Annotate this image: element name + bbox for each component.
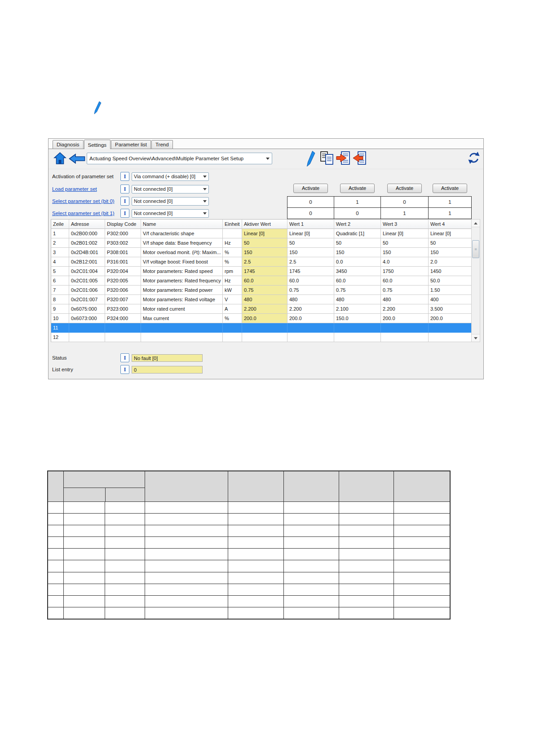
- param-cell[interactable]: 0x2C01:006: [69, 286, 105, 295]
- param-cell[interactable]: [223, 323, 242, 333]
- param-cell[interactable]: Motor parameters: Rated speed: [141, 267, 223, 276]
- param-cell[interactable]: 50: [429, 238, 472, 248]
- import-icon[interactable]: [336, 151, 350, 165]
- info-button[interactable]: I: [120, 172, 129, 181]
- param-cell[interactable]: Quadratic [1]: [334, 229, 381, 238]
- load-dropdown[interactable]: Not connected [0]: [132, 185, 209, 193]
- param-cell[interactable]: 200.0: [287, 314, 334, 323]
- param-cell[interactable]: 0x2C01:005: [69, 276, 105, 286]
- param-cell[interactable]: V/f characteristic shape: [141, 229, 223, 238]
- param-cell[interactable]: V/f voltage boost: Fixed boost: [141, 257, 223, 267]
- param-cell[interactable]: P320:006: [105, 286, 141, 295]
- param-cell[interactable]: %: [223, 314, 242, 323]
- param-cell[interactable]: 400: [429, 295, 472, 304]
- refresh-icon[interactable]: [468, 151, 480, 165]
- param-cell[interactable]: 1450: [429, 267, 472, 276]
- param-cell[interactable]: P308:001: [105, 248, 141, 257]
- param-cell[interactable]: 50: [242, 238, 287, 248]
- param-cell[interactable]: 200.0: [381, 314, 429, 323]
- param-cell[interactable]: [105, 323, 141, 333]
- param-cell[interactable]: [223, 229, 242, 238]
- param-table-row[interactable]: 80x2C01:007P320:007Motor parameters: Rat…: [51, 295, 472, 304]
- param-cell[interactable]: 150: [287, 248, 334, 257]
- param-cell[interactable]: 480: [287, 295, 334, 304]
- param-cell[interactable]: 1.50: [429, 286, 472, 295]
- breadcrumb-dropdown[interactable]: Actuating Speed Overview\Advanced\Multip…: [87, 153, 272, 164]
- param-cell[interactable]: 60.0: [287, 276, 334, 286]
- param-cell[interactable]: 0x2C01:007: [69, 295, 105, 304]
- activate-button-3[interactable]: Activate: [387, 184, 422, 193]
- activate-button-1[interactable]: Activate: [293, 184, 328, 193]
- param-cell[interactable]: 0x6073:000: [69, 314, 105, 323]
- param-cell[interactable]: P303:002: [105, 238, 141, 248]
- info-button[interactable]: I: [120, 365, 129, 374]
- tab-trend[interactable]: Trend: [151, 140, 173, 149]
- param-cell[interactable]: 0x6075:000: [69, 304, 105, 314]
- param-cell[interactable]: [141, 323, 223, 333]
- param-cell[interactable]: 0x2B00:000: [69, 229, 105, 238]
- param-cell[interactable]: [242, 333, 287, 342]
- param-cell[interactable]: %: [223, 257, 242, 267]
- param-cell[interactable]: 2.100: [334, 304, 381, 314]
- param-cell[interactable]: [105, 333, 141, 342]
- param-cell[interactable]: [69, 333, 105, 342]
- param-cell[interactable]: 60.0: [242, 276, 287, 286]
- param-cell[interactable]: 60.0: [334, 276, 381, 286]
- param-cell[interactable]: Motor rated current: [141, 304, 223, 314]
- param-table-row[interactable]: 20x2B01:002P303:002V/f shape data: Base …: [51, 238, 472, 248]
- scrollbar-thumb[interactable]: ≡: [472, 240, 479, 258]
- param-cell[interactable]: 1745: [242, 267, 287, 276]
- param-cell[interactable]: [287, 333, 334, 342]
- param-cell[interactable]: 0x2D4B:001: [69, 248, 105, 257]
- param-cell[interactable]: [287, 323, 334, 333]
- param-cell[interactable]: Motor parameters: Rated frequency: [141, 276, 223, 286]
- tab-parameter-list[interactable]: Parameter list: [111, 140, 151, 149]
- param-cell[interactable]: 0x2B01:002: [69, 238, 105, 248]
- param-cell[interactable]: Motor parameters: Rated voltage: [141, 295, 223, 304]
- param-cell[interactable]: 60.0: [381, 276, 429, 286]
- param-cell[interactable]: Linear [0]: [287, 229, 334, 238]
- param-cell[interactable]: 50: [381, 238, 429, 248]
- param-cell[interactable]: 3450: [334, 267, 381, 276]
- vertical-scrollbar[interactable]: ≡: [471, 219, 480, 342]
- param-cell[interactable]: P320:004: [105, 267, 141, 276]
- param-cell[interactable]: Linear [0]: [429, 229, 472, 238]
- param-cell[interactable]: Motor parameters: Rated power: [141, 286, 223, 295]
- param-cell[interactable]: [242, 323, 287, 333]
- param-cell[interactable]: 50: [334, 238, 381, 248]
- param-cell[interactable]: P316:001: [105, 257, 141, 267]
- param-cell[interactable]: P302:000: [105, 229, 141, 238]
- activate-button-2[interactable]: Activate: [340, 184, 375, 193]
- param-cell[interactable]: P320:007: [105, 295, 141, 304]
- param-cell[interactable]: [223, 333, 242, 342]
- param-cell[interactable]: 150: [381, 248, 429, 257]
- param-cell[interactable]: Hz: [223, 276, 242, 286]
- activation-dropdown[interactable]: Via command (+ disable) [0]: [132, 172, 209, 181]
- param-cell[interactable]: P320:005: [105, 276, 141, 286]
- param-table-row[interactable]: 70x2C01:006P320:006Motor parameters: Rat…: [51, 286, 472, 295]
- param-cell[interactable]: 0.75: [381, 286, 429, 295]
- param-cell[interactable]: 200.0: [429, 314, 472, 323]
- param-cell[interactable]: 0x2C01:004: [69, 267, 105, 276]
- param-cell[interactable]: 150: [429, 248, 472, 257]
- bit1-dropdown[interactable]: Not connected [0]: [132, 209, 209, 218]
- param-table-row[interactable]: 10x2B00:000P302:000V/f characteristic sh…: [51, 229, 472, 238]
- param-table-row[interactable]: 100x6073:000P324:000Max current%200.0200…: [51, 314, 472, 323]
- param-cell[interactable]: 150: [242, 248, 287, 257]
- param-cell[interactable]: 150: [334, 248, 381, 257]
- param-cell[interactable]: Hz: [223, 238, 242, 248]
- param-table-row[interactable]: 50x2C01:004P320:004Motor parameters: Rat…: [51, 267, 472, 276]
- param-cell[interactable]: 0x2B12:001: [69, 257, 105, 267]
- back-arrow-icon[interactable]: [69, 154, 85, 164]
- param-cell[interactable]: Motor overload monit. (i²t): Maxim...: [141, 248, 223, 257]
- param-cell[interactable]: V/f shape data: Base frequency: [141, 238, 223, 248]
- param-cell[interactable]: 3.500: [429, 304, 472, 314]
- param-cell[interactable]: Linear [0]: [242, 229, 287, 238]
- info-button[interactable]: I: [120, 185, 129, 193]
- param-cell[interactable]: 2.200: [287, 304, 334, 314]
- export-icon[interactable]: [352, 151, 367, 165]
- param-cell[interactable]: [69, 323, 105, 333]
- edit-pencil-icon[interactable]: [306, 150, 315, 167]
- activate-button-4[interactable]: Activate: [433, 184, 467, 193]
- param-cell[interactable]: [429, 323, 472, 333]
